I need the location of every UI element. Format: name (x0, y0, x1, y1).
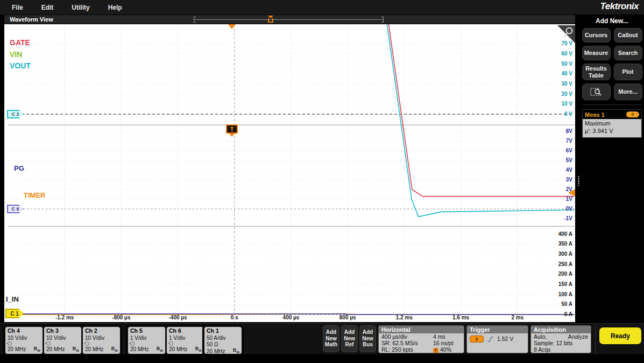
volts-high-axis-label: 60 V (561, 51, 572, 57)
channel-group-2-3-4: Ch 4 10 V/div 20 MHzBW Ch 3 10 V/div 20 … (3, 325, 122, 356)
tektronix-logo: Tektronix (600, 1, 639, 12)
amps-axis-label: 200 A (558, 271, 572, 277)
bandwidth-limit-icon: BW (195, 346, 202, 354)
acquisition-sample: Sample: 12 bits (531, 340, 591, 346)
panel-divider[interactable] (575, 15, 580, 323)
channel-scale: 50 A/div (207, 335, 239, 341)
sidebar-separator (583, 104, 641, 105)
meas1-source-badge: 5 (626, 111, 639, 117)
sample-rate: SR: 62.5 MS/s (381, 340, 433, 346)
zoom-overlay-button[interactable] (582, 83, 611, 100)
menu-edit[interactable]: Edit (41, 4, 54, 11)
channel-scale: 10 V/div (85, 335, 118, 341)
channel-badge-ch5[interactable]: Ch 5 1 V/div 20 MHzBW (128, 327, 165, 354)
acquisition-panel[interactable]: Acquisition Auto,Analyze Sample: 12 bits… (530, 325, 591, 353)
volts-low-axis-label: -1V (564, 215, 572, 222)
probe-icon (8, 341, 12, 346)
channel-name: Ch 4 (5, 327, 43, 335)
channel-badge-ch2[interactable]: Ch 2 10 V/div 20 MHzBW (83, 327, 120, 354)
cursors-button[interactable]: Cursors (582, 28, 611, 43)
channel-scale: 10 V/div (8, 335, 40, 341)
horizontal-pan-scrollbar[interactable] (194, 17, 384, 23)
time-axis-label: -400 µs (169, 315, 187, 320)
menu-file[interactable]: File (12, 4, 23, 11)
menu-utility[interactable]: Utility (72, 4, 89, 11)
channel-bandwidth: 20 MHz (46, 346, 65, 353)
bus-color-strip (362, 327, 373, 329)
meas1-result-card[interactable]: Meas 1 5 Maximum µ': 3.941 V (582, 109, 642, 138)
add-new-math-label: Add New Math (325, 329, 337, 347)
search-button[interactable]: Search (614, 46, 642, 60)
volts-high-axis-label: 0 V (564, 111, 572, 117)
vout-trace (8, 24, 574, 217)
trigger-t-badge[interactable]: T (226, 124, 238, 134)
add-new-math-button[interactable]: Add New Math (323, 325, 339, 352)
add-new-bus-button[interactable]: Add New Bus (359, 325, 376, 352)
volts-low-axis-label: 4V (566, 167, 572, 173)
bandwidth-limit-icon: BW (157, 346, 163, 354)
time-axis-label: 400 µs (283, 315, 300, 320)
scrollbar-left-cap (194, 17, 196, 23)
results-table-button[interactable]: Results Table (582, 64, 611, 80)
menu-bar: File Edit Utility Help Tektronix (0, 0, 644, 15)
trigger-panel-title: Trigger (467, 326, 528, 333)
waveform-view-window: Waveform View T C 2 C 6 C 1 (4, 15, 577, 322)
channel-badge-ch4[interactable]: Ch 4 10 V/div 20 MHzBW (5, 327, 43, 354)
horizontal-scale: 400 µs/div (381, 333, 433, 340)
channel-scale: 10 V/div (46, 335, 79, 341)
channel-bandwidth: 20 MHz (169, 346, 187, 353)
measure-button[interactable]: Measure (582, 46, 611, 60)
resolution: 16 ns/pt (433, 340, 461, 346)
amps-axis-label: 300 A (558, 251, 572, 257)
waveform-plot-area[interactable]: T C 2 C 6 C 1 70 V60 V50 V40 V30 V20 V10… (4, 24, 577, 322)
probe-icon (169, 341, 173, 346)
probe-icon (85, 341, 89, 346)
meas1-value: µ': 3.941 V (585, 128, 639, 135)
amps-axis-label: 50 A (561, 301, 572, 308)
volts-high-axis-label: 20 V (561, 91, 572, 97)
panel-divider-handle-icon[interactable]: ⋮⋮ (575, 177, 580, 185)
volts-high-axis-label: 10 V (561, 101, 572, 107)
meas1-title: Meas 1 (585, 111, 605, 118)
channel-bandwidth: 20 MHz (85, 346, 103, 353)
add-new-ref-button[interactable]: Add New Ref (341, 325, 358, 352)
expansion-point-icon[interactable] (268, 18, 273, 23)
add-new-ref-label: Add New Ref (344, 329, 355, 347)
pg-trace-label: PG (14, 164, 24, 172)
volts-low-axis-label: 2V (566, 186, 572, 193)
acquisition-mode: Auto, (534, 333, 568, 340)
volts-low-axis-label: 1V (566, 196, 572, 203)
bottombar-divider (595, 324, 596, 355)
trigger-source-badge: 5 (470, 336, 484, 343)
waveform-view-title: Waveform View (10, 16, 53, 23)
ref-color-strip (344, 327, 355, 329)
plot-button[interactable]: Plot (614, 64, 642, 80)
meas1-values: Maximum µ': 3.941 V (583, 119, 641, 137)
menu-help[interactable]: Help (108, 4, 122, 11)
horizontal-panel[interactable]: Horizontal 400 µs/div4 ms SR: 62.5 MS/s1… (378, 325, 464, 353)
more-button[interactable]: More... (614, 83, 642, 100)
gate-trace (8, 24, 574, 197)
channel-badge-ch3[interactable]: Ch 3 10 V/div 20 MHzBW (44, 327, 81, 354)
vout-trace-label: VOUT (10, 61, 31, 70)
probe-icon (46, 341, 51, 346)
volts-high-axis-label: 30 V (561, 81, 572, 87)
channel-group-5-6: Ch 5 1 V/div 20 MHzBW Ch 6 1 V/div 20 MH… (126, 325, 206, 356)
channel-group-1: Ch 1 50 A/div 50 Ω 20 MHzBW (202, 325, 244, 356)
channel-name: Ch 6 (167, 327, 204, 335)
acquisition-count: 8 Acqs (531, 346, 591, 353)
callout-button[interactable]: Callout (614, 28, 642, 43)
trigger-panel[interactable]: Trigger 5 1.52 V (466, 325, 528, 353)
ready-status-button[interactable]: Ready (599, 327, 641, 344)
trigger-position-icon[interactable] (228, 24, 236, 29)
channel-scale: 1 V/div (130, 335, 163, 341)
amps-axis-label: 100 A (558, 291, 572, 298)
bandwidth-limit-icon: BW (73, 346, 79, 354)
time-axis-label: 800 µs (339, 315, 356, 320)
channel-bandwidth: 20 MHz (130, 346, 148, 353)
channel-badge-ch6[interactable]: Ch 6 1 V/div 20 MHzBW (167, 327, 204, 354)
time-axis-label: 2 ms (511, 315, 523, 320)
time-axis-label: -800 µs (112, 315, 130, 320)
trigger-level: 1.52 V (497, 336, 513, 342)
channel-badge-ch1[interactable]: Ch 1 50 A/div 50 Ω 20 MHzBW (204, 327, 242, 354)
